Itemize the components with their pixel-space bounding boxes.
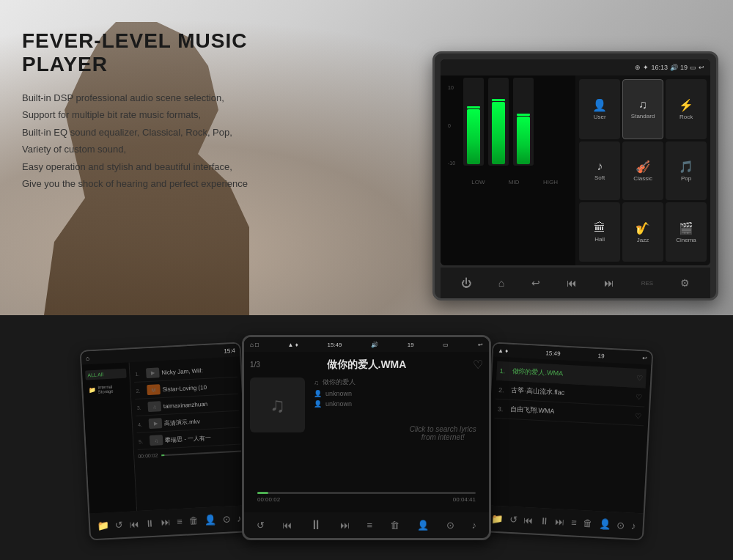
center-prev-button[interactable]: ⏮	[282, 520, 292, 531]
center-body: 1/3 做你的爱人.WMA ♡ ♫ ♫ 做你	[244, 352, 489, 512]
track-name-4: 高清演示.mkv	[164, 417, 200, 427]
eq-classic-button[interactable]: 🎻 Classic	[622, 141, 663, 201]
eq-bar-mid-fill	[492, 102, 505, 164]
back-button[interactable]: ↩	[531, 277, 540, 289]
eq-jazz-button[interactable]: 🎷 Jazz	[622, 202, 663, 262]
song-name-row: ♫ 做你的爱人	[314, 377, 394, 387]
right-prev-button[interactable]: ⏮	[523, 515, 534, 526]
eq-label-mid: MID	[509, 179, 520, 185]
time-current: 00:00:02	[257, 496, 280, 503]
track-num-3: 3.	[137, 405, 146, 410]
left-repeat-button[interactable]: ↺	[115, 519, 124, 531]
eq-classic-label: Classic	[633, 175, 652, 182]
left-house-icon: ⌂	[86, 355, 89, 361]
classic-icon: 🎻	[636, 160, 650, 174]
pop-icon: 🎵	[679, 160, 693, 174]
storage-icon: 📁	[88, 386, 95, 394]
center-heart-icon[interactable]: ♡	[473, 358, 483, 372]
track-name-1: Nicky Jam, Will:	[161, 367, 203, 376]
song-meta: ♫ 做你的爱人 👤 unknown 👤 unknown	[314, 377, 394, 408]
center-target-button[interactable]: ⊙	[446, 520, 454, 531]
album-row: 👤 unknown	[314, 400, 394, 408]
center-play-button[interactable]: ⏸	[309, 517, 323, 533]
feature-1: Built-in DSP professional audio scene se…	[22, 89, 315, 106]
feature-4: Variety of custom sound,	[22, 141, 315, 158]
home-button[interactable]: ⌂	[498, 277, 504, 289]
right-play-button[interactable]: ⏸	[539, 515, 550, 527]
left-user-button[interactable]: 👤	[205, 515, 217, 526]
eq-bar-high[interactable]	[513, 78, 534, 166]
left-play-button[interactable]: ⏸	[145, 517, 155, 529]
playlist-heart-3[interactable]: ♡	[634, 412, 641, 420]
song-name-text: 做你的爱人	[323, 377, 356, 387]
eq-cinema-button[interactable]: 🎬 Cinema	[666, 202, 707, 262]
eq-scale-bot: -10	[448, 161, 458, 166]
playlist-heart-2[interactable]: ♡	[636, 393, 643, 401]
eq-rock-label: Rock	[679, 114, 693, 120]
sidebar-internal[interactable]: 📁 Internal Storage	[86, 382, 128, 397]
eq-user-button[interactable]: 👤 User	[579, 79, 620, 139]
track-num-1: 1.	[135, 371, 144, 377]
eq-standard-label: Standard	[631, 113, 655, 119]
left-list-button[interactable]: ≡	[177, 516, 183, 527]
progress-fill	[257, 492, 268, 494]
eq-hall-button[interactable]: 🏛 Hall	[579, 202, 620, 262]
track-thumb-3: ♫	[147, 401, 161, 412]
left-target-button[interactable]: ⊙	[222, 513, 231, 525]
back-icon: ↩	[699, 64, 704, 71]
left-folder-button[interactable]: 📁	[97, 520, 109, 531]
feature-5: Easy operation and stylish and beautiful…	[22, 158, 315, 175]
center-music-icon[interactable]: ♪	[472, 520, 477, 531]
center-next-button[interactable]: ⏭	[340, 520, 350, 531]
eq-pop-button[interactable]: 🎵 Pop	[666, 141, 707, 201]
eq-cinema-label: Cinema	[676, 237, 696, 243]
settings-button[interactable]: ⚙	[680, 277, 690, 289]
center-repeat-button[interactable]: ↺	[257, 520, 265, 531]
center-user-button[interactable]: 👤	[417, 520, 429, 531]
skip-fwd-button[interactable]: ⏭	[604, 277, 614, 289]
eq-rock-button[interactable]: ⚡ Rock	[666, 79, 707, 139]
center-main-body: ♫ ♫ 做你的爱人 👤 unknown	[250, 377, 483, 488]
eq-bar-mid[interactable]	[488, 78, 509, 166]
playlist-heart-1[interactable]: ♡	[636, 374, 644, 382]
jazz-icon: 🎷	[636, 221, 650, 235]
right-target-button[interactable]: ⊙	[616, 520, 625, 531]
right-repeat-button[interactable]: ↺	[509, 514, 518, 526]
right-device-screen: ▲ ♦ 15:49 19 ↩ 1. 做你的爱人.WMA ♡ 2. 古筝·高山流水…	[485, 344, 652, 514]
status-icons: ⊛ ✦ 16:13 🔊 19 ▭ ↩	[635, 64, 704, 71]
right-time: 15:49	[545, 350, 560, 357]
center-delete-button[interactable]: 🗑	[390, 520, 399, 531]
playlist-num-1: 1.	[499, 366, 509, 375]
track-num-2: 2.	[136, 388, 144, 394]
eq-soft-button[interactable]: ♪ Soft	[579, 141, 620, 201]
right-next-button[interactable]: ⏭	[555, 516, 565, 528]
progress-bar[interactable]	[257, 492, 476, 494]
eq-bar-low[interactable]	[463, 78, 484, 166]
left-prev-button[interactable]: ⏮	[129, 518, 139, 530]
left-delete-button[interactable]: 🗑	[188, 515, 199, 527]
right-user-button[interactable]: 👤	[598, 518, 611, 530]
eq-label-high: HIGH	[543, 179, 558, 185]
center-list-button[interactable]: ≡	[366, 520, 372, 531]
center-house-icon: ⌂ □	[250, 342, 259, 348]
right-folder-button[interactable]: 📁	[491, 513, 504, 525]
res-label: RES	[641, 280, 653, 287]
artist-row: 👤 unknown	[314, 390, 394, 397]
album-text: unknown	[325, 400, 352, 408]
power-button[interactable]: ⏻	[461, 277, 471, 289]
left-next-button[interactable]: ⏭	[161, 517, 171, 528]
eq-scale-mid: 0	[448, 123, 458, 128]
skip-back-button[interactable]: ⏮	[567, 277, 577, 289]
device-knob-right	[716, 158, 718, 194]
sidebar-all[interactable]: ALL All	[85, 369, 127, 380]
right-list-button[interactable]: ≡	[571, 517, 577, 528]
left-progress-bar[interactable]	[161, 450, 241, 456]
left-music-button[interactable]: ♪	[237, 513, 242, 524]
eq-standard-button[interactable]: ♫ Standard	[622, 79, 663, 139]
right-music-button[interactable]: ♪	[631, 520, 636, 531]
feature-6: Give you the shock of hearing and perfec…	[22, 175, 315, 192]
wifi-icon: ⊛	[635, 64, 641, 71]
right-delete-button[interactable]: 🗑	[583, 517, 593, 529]
lyrics-area[interactable]: Click to search lyrics from internet!	[403, 377, 484, 488]
center-signal-icon: ▲ ♦	[288, 342, 298, 348]
